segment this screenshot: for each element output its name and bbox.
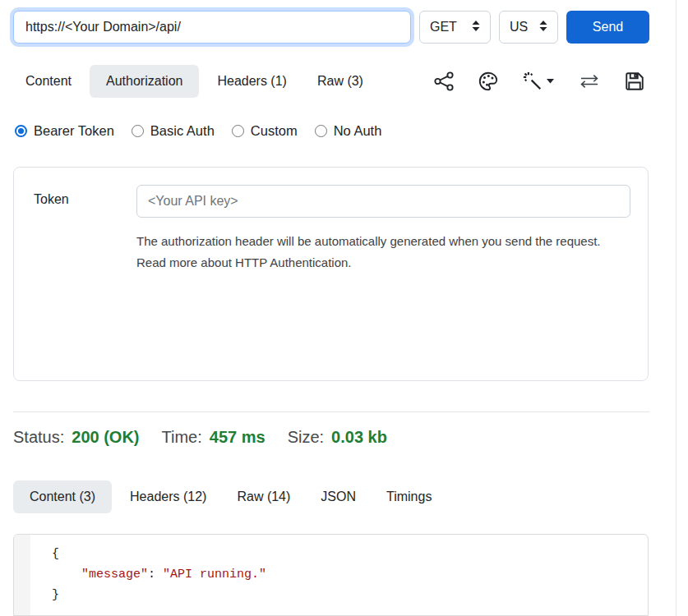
- radio-label: Basic Auth: [150, 123, 215, 139]
- response-body-editor[interactable]: { "message": "API running." }: [13, 534, 649, 616]
- region-select-value: US: [510, 20, 528, 34]
- response-tabs: Content (3) Headers (12) Raw (14) JSON T…: [13, 480, 450, 513]
- updown-arrows-icon: [472, 20, 480, 34]
- radio-custom[interactable]: Custom: [232, 123, 298, 139]
- resp-tab-content[interactable]: Content (3): [13, 480, 112, 513]
- magic-wand-icon[interactable]: [523, 71, 554, 91]
- updown-arrows-icon: [539, 20, 547, 34]
- time-pair: Time: 457 ms: [162, 428, 266, 447]
- token-input[interactable]: [136, 185, 630, 218]
- size-label: Size:: [288, 428, 324, 447]
- radio-label: Custom: [251, 123, 298, 139]
- code-open-brace: {: [52, 547, 59, 561]
- radio-label: No Auth: [334, 123, 382, 139]
- resp-tab-raw[interactable]: Raw (14): [224, 480, 302, 513]
- caret-down-icon: [547, 79, 554, 84]
- status-label: Status:: [13, 428, 64, 447]
- radio-label: Bearer Token: [34, 123, 114, 139]
- code-key: "message": [81, 568, 148, 582]
- radio-bearer-token[interactable]: Bearer Token: [15, 123, 114, 139]
- section-divider: [13, 411, 649, 412]
- radio-unselected-icon: [315, 125, 327, 137]
- scroll-area-edge: [676, 0, 676, 616]
- method-select-value: GET: [430, 20, 457, 34]
- code-value: "API running.": [163, 568, 266, 582]
- code-colon: :: [148, 568, 163, 582]
- status-pair: Status: 200 (OK): [13, 428, 140, 447]
- time-value: 457 ms: [210, 428, 266, 447]
- tab-headers[interactable]: Headers (1): [205, 65, 298, 98]
- method-select[interactable]: GET: [419, 11, 491, 44]
- time-label: Time:: [162, 428, 202, 447]
- api-client-window: GET US Send Content Authorization Header…: [0, 0, 688, 616]
- url-input[interactable]: [13, 11, 411, 44]
- tab-raw[interactable]: Raw (3): [305, 65, 376, 98]
- radio-unselected-icon: [232, 125, 244, 137]
- response-json-code: { "message": "API running." }: [30, 535, 266, 615]
- radio-unselected-icon: [132, 125, 144, 137]
- palette-icon[interactable]: [478, 71, 498, 91]
- auth-help-text: The authorization header will be automat…: [136, 231, 630, 274]
- send-button[interactable]: Send: [566, 11, 649, 44]
- tab-authorization[interactable]: Authorization: [90, 65, 199, 98]
- editor-gutter: [14, 535, 30, 615]
- region-select[interactable]: US: [499, 11, 558, 44]
- tab-content[interactable]: Content: [13, 65, 84, 98]
- authorization-panel: Token The authorization header will be a…: [13, 167, 649, 381]
- share-icon[interactable]: [434, 71, 454, 91]
- resp-tab-timings[interactable]: Timings: [374, 480, 444, 513]
- swap-arrows-icon[interactable]: [579, 74, 600, 89]
- code-close-brace: }: [52, 588, 59, 602]
- toolbar-icons: [434, 71, 649, 91]
- status-value: 200 (OK): [72, 428, 139, 447]
- resp-tab-headers[interactable]: Headers (12): [118, 480, 219, 513]
- radio-no-auth[interactable]: No Auth: [315, 123, 382, 139]
- size-value: 0.03 kb: [331, 428, 387, 447]
- request-tabs: Content Authorization Headers (1) Raw (3…: [13, 65, 381, 98]
- response-status-row: Status: 200 (OK) Time: 457 ms Size: 0.03…: [13, 428, 387, 447]
- radio-selected-icon: [15, 125, 27, 137]
- code-indent: [52, 568, 81, 582]
- auth-type-options: Bearer Token Basic Auth Custom No Auth: [15, 123, 381, 139]
- resp-tab-json[interactable]: JSON: [308, 480, 368, 513]
- radio-basic-auth[interactable]: Basic Auth: [132, 123, 215, 139]
- size-pair: Size: 0.03 kb: [288, 428, 387, 447]
- save-icon[interactable]: [625, 71, 644, 91]
- request-tabs-row: Content Authorization Headers (1) Raw (3…: [13, 65, 649, 98]
- token-label: Token: [34, 185, 136, 274]
- request-bar: GET US Send: [13, 11, 649, 44]
